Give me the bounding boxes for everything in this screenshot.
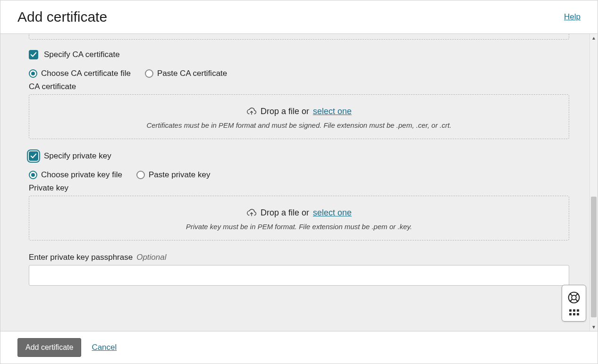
pk-section-label: Private key: [29, 183, 569, 193]
ca-radio-choose-label: Choose CA certificate file: [41, 69, 131, 78]
floating-help-widget[interactable]: [562, 285, 586, 322]
radio-icon: [29, 171, 37, 179]
specify-ca-checkbox[interactable]: [29, 50, 38, 59]
svg-line-5: [576, 299, 578, 301]
radio-icon: [145, 69, 153, 78]
upload-cloud-icon: [246, 106, 257, 116]
specify-ca-label[interactable]: Specify CA certificate: [44, 50, 120, 59]
upload-cloud-icon: [246, 207, 257, 218]
cancel-link[interactable]: Cancel: [92, 343, 117, 352]
radio-icon: [136, 171, 145, 179]
ca-dropzone[interactable]: Drop a file or select one Certificates m…: [29, 94, 569, 139]
radio-icon: [29, 69, 37, 78]
passphrase-input[interactable]: [29, 265, 569, 286]
ca-radio-paste-label: Paste CA certificate: [157, 69, 227, 78]
pk-radio-choose-file[interactable]: Choose private key file: [29, 170, 122, 180]
help-link[interactable]: Help: [564, 12, 581, 22]
passphrase-optional-hint: Optional: [136, 253, 166, 262]
pk-radio-paste-label: Paste private key: [149, 170, 210, 180]
pk-drop-hint: Private key must be in PEM format. File …: [34, 223, 564, 231]
check-icon: [30, 153, 37, 159]
dialog-footer: Add certificate Cancel: [0, 331, 598, 364]
ca-drop-hint: Certificates must be in PEM format and m…: [34, 121, 564, 129]
pk-radio-paste[interactable]: Paste private key: [136, 170, 210, 180]
svg-line-4: [570, 299, 572, 301]
ca-radio-choose-file[interactable]: Choose CA certificate file: [29, 69, 131, 78]
form-scroll-area[interactable]: Specify CA certificate Choose CA certifi…: [0, 34, 598, 331]
svg-point-1: [572, 295, 576, 300]
pk-select-file-link[interactable]: select one: [313, 208, 352, 218]
scrollbar-track[interactable]: [590, 42, 598, 323]
dialog-header: Add certificate Help: [0, 0, 598, 34]
scrollbar-thumb[interactable]: [591, 197, 597, 317]
ca-section-label: CA certificate: [29, 82, 569, 91]
specify-private-key-label[interactable]: Specify private key: [44, 151, 111, 161]
ca-radio-paste[interactable]: Paste CA certificate: [145, 69, 227, 78]
previous-dropzone-cutoff: [29, 34, 569, 40]
page-title: Add certificate: [17, 9, 107, 25]
pk-dropzone[interactable]: Drop a file or select one Private key mu…: [29, 196, 569, 240]
ca-drop-text: Drop a file or: [261, 107, 309, 116]
passphrase-label: Enter private key passphrase: [29, 253, 133, 262]
scroll-up-arrow-icon[interactable]: ▲: [590, 34, 598, 42]
ca-select-file-link[interactable]: select one: [313, 107, 352, 116]
add-certificate-button[interactable]: Add certificate: [17, 338, 81, 357]
vertical-scrollbar[interactable]: ▲ ▼: [590, 34, 598, 331]
lifebuoy-icon: [567, 291, 581, 304]
svg-line-3: [576, 293, 578, 296]
drag-grip-icon: [569, 309, 579, 315]
pk-drop-text: Drop a file or: [261, 208, 309, 218]
specify-private-key-checkbox[interactable]: [29, 151, 38, 161]
check-icon: [30, 51, 37, 58]
scroll-down-arrow-icon[interactable]: ▼: [590, 323, 598, 331]
svg-line-2: [570, 293, 572, 296]
pk-radio-choose-label: Choose private key file: [41, 170, 122, 180]
